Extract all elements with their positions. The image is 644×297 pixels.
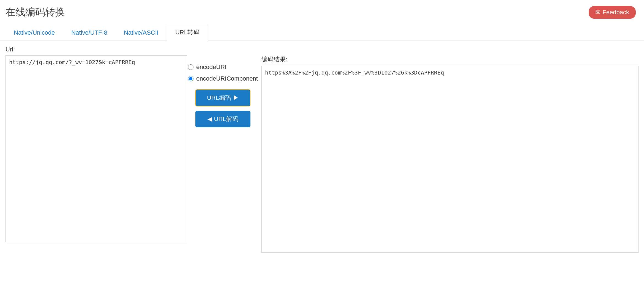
radio-encodeURIComponent[interactable]: encodeURIComponent <box>188 75 258 82</box>
url-input[interactable]: https://jq.qq.com/?_wv=1027&k=cAPFRREq <box>6 55 187 242</box>
main-content: Url: https://jq.qq.com/?_wv=1027&k=cAPFR… <box>0 40 644 258</box>
radio-encodeURIComponent-label: encodeURIComponent <box>196 75 258 82</box>
radio-group: encodeURI encodeURIComponent <box>188 64 258 82</box>
radio-encodeURI-input[interactable] <box>188 64 193 70</box>
encode-button[interactable]: URL编码 ▶ <box>195 89 250 106</box>
encode-layout: https://jq.qq.com/?_wv=1027&k=cAPFRREq e… <box>6 55 638 253</box>
decode-button[interactable]: ◀ URL解码 <box>195 111 250 127</box>
page-header: 在线编码转换 ✉ Feedback <box>0 0 644 22</box>
tab-native-utf8[interactable]: Native/UTF-8 <box>63 26 116 40</box>
output-panel: 编码结果: https%3A%2F%2Fjq.qq.com%2F%3F_wv%3… <box>259 55 638 253</box>
page-title: 在线编码转换 <box>6 6 65 19</box>
tab-native-unicode[interactable]: Native/Unicode <box>6 26 63 40</box>
tabs-bar: Native/Unicode Native/UTF-8 Native/ASCII… <box>0 24 644 40</box>
decode-button-label: ◀ URL解码 <box>208 115 238 123</box>
radio-encodeURI-label: encodeURI <box>196 64 227 71</box>
middle-panel: encodeURI encodeURIComponent URL编码 ▶ ◀ U… <box>187 55 259 127</box>
feedback-label: Feedback <box>602 9 629 16</box>
url-output[interactable]: https%3A%2F%2Fjq.qq.com%2F%3F_wv%3D1027%… <box>261 66 638 253</box>
mail-icon: ✉ <box>595 9 600 16</box>
tab-url-encode[interactable]: URL转码 <box>167 25 208 40</box>
feedback-button[interactable]: ✉ Feedback <box>589 6 636 19</box>
radio-encodeURIComponent-input[interactable] <box>188 76 193 81</box>
url-input-label: Url: <box>6 46 638 53</box>
radio-encodeURI[interactable]: encodeURI <box>188 64 258 71</box>
output-label: 编码结果: <box>261 55 638 64</box>
tab-native-ascii[interactable]: Native/ASCII <box>116 26 167 40</box>
input-panel: https://jq.qq.com/?_wv=1027&k=cAPFRREq <box>6 55 187 242</box>
encode-button-label: URL编码 ▶ <box>207 94 239 102</box>
